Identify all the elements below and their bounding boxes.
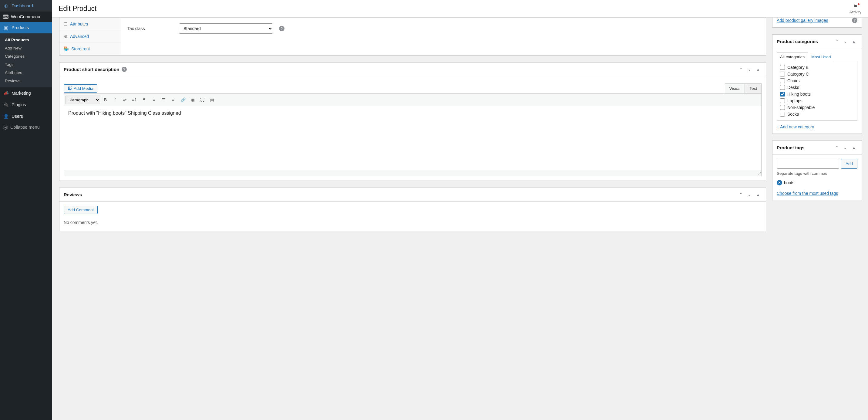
archive-icon: ▣ xyxy=(3,25,9,31)
move-down-icon[interactable]: ⌄ xyxy=(746,191,753,198)
notification-dot xyxy=(858,3,860,5)
category-item[interactable]: Hiking boots xyxy=(780,91,854,97)
remove-tag-icon[interactable]: ✕ xyxy=(777,180,782,185)
nav-products[interactable]: ▣ Products xyxy=(0,22,52,33)
subnav-attributes[interactable]: Attributes xyxy=(0,68,52,77)
gear-icon: ⚙ xyxy=(64,34,68,39)
tax-class-select[interactable]: Standard xyxy=(179,23,273,34)
category-item[interactable]: Laptops xyxy=(780,97,854,104)
camera-icon: 🖼 xyxy=(68,86,72,91)
tab-attributes[interactable]: ☰Attributes xyxy=(59,18,121,30)
add-new-category-link[interactable]: + Add new category xyxy=(777,124,857,129)
category-item[interactable]: Category B xyxy=(780,64,854,71)
add-gallery-images-link[interactable]: Add product gallery images xyxy=(777,18,828,23)
subnav-categories[interactable]: Categories xyxy=(0,52,52,60)
move-down-icon[interactable]: ⌄ xyxy=(746,65,753,73)
help-icon[interactable]: ? xyxy=(852,18,857,23)
category-item[interactable]: Desks xyxy=(780,84,854,91)
align-right-icon[interactable]: ≡ xyxy=(168,95,178,104)
category-checkbox[interactable] xyxy=(780,92,785,96)
nav-label: Products xyxy=(11,25,29,30)
move-up-icon[interactable]: ⌃ xyxy=(833,144,840,151)
tab-advanced[interactable]: ⚙Advanced xyxy=(59,30,121,43)
number-list-icon[interactable]: ≡1 xyxy=(130,95,139,104)
category-item[interactable]: Non-shippable xyxy=(780,104,854,111)
category-checkbox[interactable] xyxy=(780,71,785,77)
align-left-icon[interactable]: ≡ xyxy=(149,95,158,104)
activity-button[interactable]: ⚑ Activity xyxy=(849,3,861,14)
tags-title: Product tags xyxy=(777,145,833,150)
format-select[interactable]: Paragraph xyxy=(65,96,100,104)
link-icon[interactable]: 🔗 xyxy=(178,95,187,104)
category-label: Socks xyxy=(787,112,799,117)
bold-icon[interactable]: B xyxy=(101,95,110,104)
bullet-list-icon[interactable]: ≡• xyxy=(120,95,129,104)
category-item[interactable]: Socks xyxy=(780,111,854,117)
toggle-icon[interactable]: ▴ xyxy=(754,191,762,198)
fullscreen-icon[interactable]: ⛶ xyxy=(198,95,207,104)
tag-name: boots xyxy=(784,180,794,185)
cat-tab-all[interactable]: All categories xyxy=(777,53,808,61)
editor-tab-text[interactable]: Text xyxy=(745,84,762,93)
tab-label: Advanced xyxy=(70,34,89,39)
read-more-icon[interactable]: ▦ xyxy=(188,95,197,104)
toggle-icon[interactable]: ▴ xyxy=(850,38,857,45)
add-media-button[interactable]: 🖼Add Media xyxy=(64,84,97,93)
quote-icon[interactable]: ❝ xyxy=(140,95,149,104)
nav-woocommerce[interactable]: woo WooCommerce xyxy=(0,11,52,22)
subnav-tags[interactable]: Tags xyxy=(0,60,52,68)
category-checkbox[interactable] xyxy=(780,65,785,70)
category-list[interactable]: Category BCategory CChairsDesksHiking bo… xyxy=(777,61,857,121)
product-categories-box: Product categories ⌃ ⌄ ▴ All categories … xyxy=(772,34,862,134)
nav-users[interactable]: 👤 Users xyxy=(0,111,52,122)
tab-storefront[interactable]: 🏪Storefront xyxy=(59,43,121,55)
move-down-icon[interactable]: ⌄ xyxy=(842,144,849,151)
category-checkbox[interactable] xyxy=(780,98,785,103)
category-item[interactable]: Chairs xyxy=(780,78,854,84)
move-down-icon[interactable]: ⌄ xyxy=(842,38,849,45)
nav-plugins[interactable]: 🔌 Plugins xyxy=(0,99,52,111)
category-checkbox[interactable] xyxy=(780,78,785,83)
category-item[interactable]: Category C xyxy=(780,71,854,78)
subnav-all-products[interactable]: All Products xyxy=(0,36,52,44)
page-title: Edit Product xyxy=(59,5,96,13)
product-data-panel: Tax class Standard ? xyxy=(121,18,766,55)
help-icon[interactable]: ? xyxy=(122,67,127,72)
help-icon[interactable]: ? xyxy=(279,26,284,31)
editor-statusbar[interactable] xyxy=(64,170,761,176)
move-up-icon[interactable]: ⌃ xyxy=(737,191,745,198)
nav-marketing[interactable]: 📣 Marketing xyxy=(0,87,52,99)
admin-sidebar: ◐ Dashboard woo WooCommerce ▣ Products A… xyxy=(0,0,52,420)
collapse-label: Collapse menu xyxy=(10,125,40,129)
add-tag-button[interactable]: Add xyxy=(841,159,857,169)
product-data-tabs: ☰Attributes ⚙Advanced 🏪Storefront xyxy=(59,18,121,55)
add-comment-button[interactable]: Add Comment xyxy=(64,206,98,214)
category-checkbox[interactable] xyxy=(780,85,785,90)
collapse-menu[interactable]: ◀ Collapse menu xyxy=(0,122,52,132)
editor-tab-visual[interactable]: Visual xyxy=(725,84,745,93)
collapse-icon: ◀ xyxy=(3,125,8,129)
category-label: Hiking boots xyxy=(787,92,811,96)
align-center-icon[interactable]: ☰ xyxy=(159,95,168,104)
add-media-label: Add Media xyxy=(74,86,93,91)
tag-chip: ✕ boots xyxy=(777,180,857,185)
move-up-icon[interactable]: ⌃ xyxy=(833,38,840,45)
toggle-icon[interactable]: ▴ xyxy=(850,144,857,151)
editor-content[interactable]: Product with "Hiking boots" Shipping Cla… xyxy=(64,106,761,170)
move-up-icon[interactable]: ⌃ xyxy=(737,65,745,73)
italic-icon[interactable]: I xyxy=(111,95,120,104)
subnav-reviews[interactable]: Reviews xyxy=(0,77,52,85)
toggle-icon[interactable]: ▴ xyxy=(754,65,762,73)
subnav-add-new[interactable]: Add New xyxy=(0,44,52,52)
nav-label: Plugins xyxy=(11,102,26,107)
toolbar-toggle-icon[interactable]: ▤ xyxy=(208,95,217,104)
editor-toolbar: Paragraph B I ≡• ≡1 ❝ ≡ ☰ ≡ 🔗 ▦ xyxy=(64,94,761,106)
choose-most-used-tags-link[interactable]: Choose from the most used tags xyxy=(777,191,838,196)
plug-icon: 🔌 xyxy=(3,102,9,108)
category-checkbox[interactable] xyxy=(780,112,785,117)
tag-input[interactable] xyxy=(777,159,839,169)
nav-dashboard[interactable]: ◐ Dashboard xyxy=(0,0,52,11)
category-checkbox[interactable] xyxy=(780,105,785,110)
category-label: Laptops xyxy=(787,98,803,103)
cat-tab-most-used[interactable]: Most Used xyxy=(808,53,834,61)
